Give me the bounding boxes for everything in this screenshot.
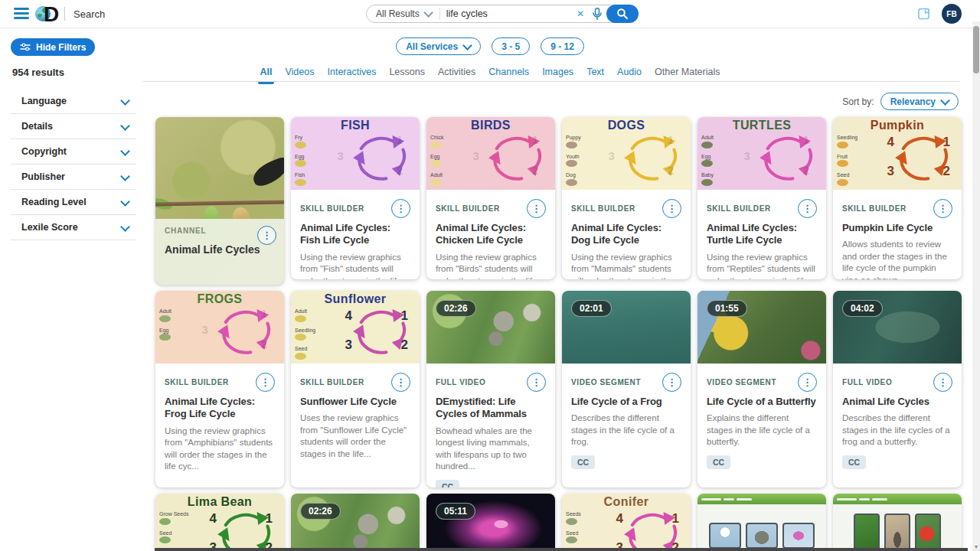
cycle-stage-number: 1 (397, 133, 403, 146)
search-input[interactable] (440, 8, 573, 19)
result-card[interactable]: 04:02FULL VIDEO⋮Animal Life CyclesDescri… (833, 291, 962, 487)
vertical-scrollbar[interactable]: ▾ (972, 21, 980, 551)
card-options-icon[interactable]: ⋮ (391, 373, 410, 392)
result-card[interactable]: ⋮ (697, 494, 826, 551)
result-card[interactable]: 01:55VIDEO SEGMENT⋮Life Cycle of a Butte… (697, 291, 826, 487)
tab-images[interactable]: Images (542, 66, 573, 78)
card-description: Using the review graphics from "Birds" s… (436, 252, 546, 280)
result-card[interactable]: 02:26⋮ (291, 494, 420, 551)
resources-panel-icon[interactable] (917, 7, 931, 24)
cycle-stage-label-text: Adult (159, 308, 172, 314)
result-card[interactable]: FISH123FryEggFishSKILL BUILDER⋮Animal Li… (291, 117, 420, 279)
card-options-icon[interactable]: ⋮ (798, 373, 817, 392)
cycle-stage-label-text: Egg (159, 328, 168, 333)
search-scope-dropdown[interactable]: All Results (367, 8, 439, 19)
cycle-stage-label-text: Seedling (295, 328, 315, 333)
card-body: SKILL BUILDER⋮Animal Life Cycles: Dog Li… (562, 190, 691, 279)
tab-other-materials[interactable]: Other Materials (655, 66, 720, 78)
cycle-stage-number: 1 (532, 133, 538, 146)
alligator-tile-image (746, 523, 778, 549)
result-card[interactable]: CHANNEL⋮Animal Life Cycles (155, 117, 284, 285)
search-submit-button[interactable] (606, 5, 639, 23)
filter-group-language[interactable]: Language (11, 89, 136, 114)
fern-tile-image (854, 514, 880, 551)
result-card[interactable]: 02:26FULL VIDEO⋮DEmystified: Life Cycles… (426, 291, 555, 487)
card-options-icon[interactable]: ⋮ (933, 199, 952, 218)
result-card[interactable]: 02:01VIDEO SEGMENT⋮Life Cycle of a FrogD… (562, 291, 691, 487)
card-options-icon[interactable]: ⋮ (527, 199, 546, 218)
result-card[interactable]: TURTLES123AdultEggBabySKILL BUILDER⋮Anim… (697, 117, 826, 279)
filter-group-details[interactable]: Details (11, 114, 136, 139)
result-card[interactable]: ⋮ (833, 494, 962, 551)
tab-channels[interactable]: Channels (488, 66, 529, 78)
tab-all[interactable]: All (260, 66, 273, 78)
chevron-down-icon (120, 171, 130, 181)
cycle-stage-labels: FryEggFish (295, 135, 306, 186)
filter-group-reading-level[interactable]: Reading Level (11, 190, 136, 215)
card-options-icon[interactable]: ⋮ (257, 226, 276, 245)
scrollbar-thumb[interactable] (973, 26, 979, 73)
cycle-stage-label-text: Fry (295, 135, 302, 140)
stage-sketch-icon (295, 334, 306, 341)
tab-text[interactable]: Text (586, 66, 604, 78)
menu-icon[interactable] (14, 8, 29, 19)
clear-search-icon[interactable]: ✕ (573, 8, 588, 19)
grade-pill-9-12[interactable]: 9 - 12 (541, 37, 584, 55)
result-card[interactable]: DOGS123PuppyYouthDogSKILL BUILDER⋮Animal… (562, 117, 691, 279)
result-card[interactable]: Pumpkin4123SeedlingFruitSeedSKILL BUILDE… (833, 117, 962, 279)
card-title: Animal Life Cycles: Frog Life Cycle (165, 396, 275, 421)
cycle-stage-number: 2 (400, 337, 407, 353)
stage-sketch-icon (837, 179, 848, 186)
grade-pill-group: 3 - 59 - 12 (492, 37, 584, 55)
filter-group-copyright[interactable]: Copyright (11, 139, 136, 165)
card-type-label: FULL VIDEO (842, 378, 892, 386)
sort-dropdown[interactable]: Relevancy (880, 93, 959, 110)
card-options-icon[interactable]: ⋮ (662, 373, 681, 392)
stage-sketch-icon (295, 315, 306, 322)
card-thumbnail: 05:11 (426, 494, 555, 551)
microphone-icon[interactable] (588, 8, 606, 20)
cycle-stage-labels: AdultEggBaby (701, 135, 714, 186)
card-options-icon[interactable]: ⋮ (798, 199, 817, 218)
tab-activities[interactable]: Activities (438, 66, 475, 78)
result-card[interactable]: Conifer4123SeedsSeed⋮ (562, 494, 691, 551)
user-avatar[interactable]: FB (942, 4, 962, 24)
filter-group-label: Details (21, 121, 53, 132)
cycle-stage-label: Baby (701, 172, 714, 186)
cycle-stage-number: 1 (803, 133, 809, 146)
card-thumbnail: FROGS123AdultEgg (155, 291, 284, 364)
tab-interactives[interactable]: Interactives (327, 66, 376, 78)
grade-pill-3-5[interactable]: 3 - 5 (492, 37, 530, 55)
result-card[interactable]: Lima Bean4123Grow SeedsSeed⋮ (155, 494, 284, 551)
card-options-icon[interactable]: ⋮ (933, 373, 952, 392)
video-duration-badge: 02:26 (436, 300, 476, 317)
result-card[interactable]: Sunflower4123AdultSeedlingSeedSKILL BUIL… (291, 291, 420, 487)
cycle-stage-label: Grow Seeds (159, 511, 189, 525)
cycle-stage-label: Adult (159, 308, 172, 322)
card-options-icon[interactable]: ⋮ (391, 199, 410, 218)
card-description: Bowhead whales are the longest living ma… (436, 425, 546, 473)
card-thumbnail: Conifer4123SeedsSeed (562, 494, 691, 551)
horizontal-scrollbar[interactable] (155, 548, 968, 551)
filter-group-publisher[interactable]: Publisher (11, 165, 136, 190)
cycle-stage-label: Adult (295, 308, 315, 322)
tab-lessons[interactable]: Lessons (389, 66, 425, 78)
card-options-icon[interactable]: ⋮ (662, 199, 681, 218)
scrollbar-down-arrow[interactable]: ▾ (972, 543, 980, 550)
result-card[interactable]: FROGS123AdultEggSKILL BUILDER⋮Animal Lif… (155, 291, 284, 487)
filter-group-lexile-score[interactable]: Lexile Score (11, 215, 136, 240)
discovery-education-logo[interactable]: D (35, 2, 66, 26)
tab-audio[interactable]: Audio (617, 66, 642, 78)
result-card[interactable]: 05:11⋮ (426, 494, 555, 551)
cycle-stage-label-text: Fruit (837, 154, 848, 159)
cycle-stage-label-text: Adult (701, 135, 714, 140)
closed-captions-badge: CC (436, 480, 459, 487)
card-options-icon[interactable]: ⋮ (256, 373, 275, 392)
cycle-stage-labels: AdultEgg (159, 308, 172, 341)
all-services-dropdown[interactable]: All Services (396, 37, 481, 55)
stage-sketch-icon (566, 179, 577, 186)
tab-videos[interactable]: Videos (285, 66, 314, 78)
result-card[interactable]: BIRDS123ChickEggAdultSKILL BUILDER⋮Anima… (426, 117, 555, 279)
cycle-stage-label: Seedling (295, 328, 315, 341)
card-options-icon[interactable]: ⋮ (527, 373, 546, 392)
